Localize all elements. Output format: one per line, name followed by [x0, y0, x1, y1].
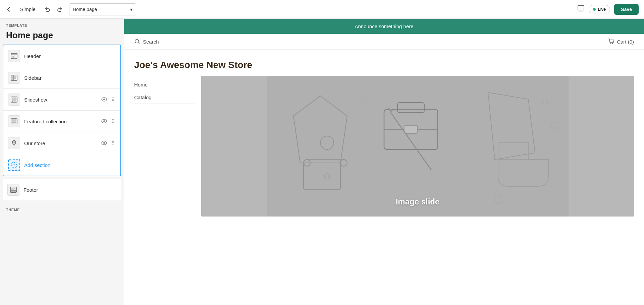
store-title-area: Joe's Awesome New Store — [124, 50, 644, 76]
svg-point-22 — [113, 100, 114, 101]
svg-point-14 — [15, 101, 16, 102]
sidebar-item-label: Sidebar — [24, 75, 116, 81]
redo-button[interactable] — [54, 4, 65, 15]
announcement-text: Announce something here — [355, 23, 413, 29]
featured-collection-actions — [101, 118, 116, 125]
cart-area[interactable]: Cart (0) — [608, 39, 634, 45]
svg-rect-25 — [14, 119, 16, 122]
search-label: Search — [143, 39, 159, 45]
toolbar-right: Live Save — [577, 4, 639, 15]
sidebar-item-footer[interactable]: Footer — [3, 179, 121, 200]
svg-point-34 — [113, 122, 114, 122]
svg-point-31 — [112, 120, 113, 121]
svg-point-19 — [112, 99, 113, 99]
template-label: TEMPLATE — [0, 19, 124, 29]
live-badge[interactable]: Live — [589, 5, 610, 13]
sidebar-item-header[interactable]: Header — [3, 45, 120, 67]
svg-point-17 — [112, 97, 113, 98]
featured-collection-item-label: Featured collection — [24, 119, 101, 124]
svg-point-39 — [113, 141, 114, 141]
our-store-visibility-icon[interactable] — [101, 140, 108, 147]
featured-collection-section-icon — [8, 115, 20, 127]
our-store-section-icon — [8, 137, 20, 149]
theme-label: THEME — [0, 203, 124, 214]
svg-rect-63 — [404, 125, 418, 133]
store-nav: Home Catalog — [134, 76, 201, 217]
sidebar-item-add-section[interactable]: Add section — [3, 154, 120, 176]
sidebar-item-slideshow[interactable]: Slideshow — [3, 89, 120, 111]
svg-point-30 — [113, 119, 114, 120]
back-button[interactable] — [5, 4, 16, 15]
cart-icon — [608, 39, 615, 45]
nav-item-catalog[interactable]: Catalog — [134, 91, 195, 104]
slideshow-visibility-icon[interactable] — [101, 96, 108, 103]
sidebar-panel: TEMPLATE Home page Header — [0, 19, 124, 305]
nav-item-home[interactable]: Home — [134, 78, 195, 91]
svg-rect-24 — [12, 119, 14, 122]
slideshow-preview: Image slide — [201, 76, 634, 217]
our-store-item-label: Our store — [24, 140, 101, 146]
undo-button[interactable] — [42, 4, 53, 15]
search-area[interactable]: Search — [134, 39, 159, 45]
svg-point-51 — [612, 43, 613, 44]
announcement-bar: Announce something here — [124, 19, 644, 34]
svg-point-35 — [13, 141, 15, 143]
svg-point-33 — [112, 122, 113, 122]
cart-label: Cart (0) — [617, 39, 634, 45]
page-dropdown[interactable]: Home page ▾ — [69, 3, 136, 15]
svg-point-28 — [103, 120, 105, 122]
preview-area: Announce something here Search Cart (0) — [124, 19, 644, 305]
svg-point-41 — [113, 142, 114, 143]
svg-point-32 — [113, 120, 114, 121]
sidebar-page-title: Home page — [0, 29, 124, 45]
svg-point-40 — [112, 142, 113, 143]
monitor-icon[interactable] — [577, 5, 585, 14]
slideshow-item-label: Slideshow — [24, 97, 101, 103]
page-dropdown-value: Home page — [73, 7, 97, 12]
svg-point-42 — [112, 143, 113, 144]
svg-rect-26 — [12, 122, 16, 123]
search-icon — [134, 39, 140, 45]
svg-point-12 — [12, 101, 13, 102]
app-title: Simple — [20, 6, 36, 12]
sidebar-item-our-store[interactable]: Our store — [3, 132, 120, 154]
slideshow-drag-icon[interactable] — [110, 96, 116, 103]
svg-point-13 — [14, 101, 14, 102]
svg-point-38 — [112, 141, 113, 141]
svg-point-21 — [112, 100, 113, 101]
live-label: Live — [598, 7, 606, 12]
svg-point-49 — [135, 40, 139, 43]
add-section-icon — [8, 159, 20, 171]
header-section-icon — [8, 50, 20, 62]
slideshow-label: Image slide — [396, 197, 440, 206]
featured-collection-drag-icon[interactable] — [110, 118, 116, 125]
slideshow-section-icon — [8, 94, 20, 106]
sidebar-item-featured-collection[interactable]: Featured collection — [3, 111, 120, 132]
save-button[interactable]: Save — [614, 4, 639, 15]
sidebar-items-container: Header Sidebar — [3, 45, 121, 176]
our-store-drag-icon[interactable] — [110, 140, 116, 147]
svg-rect-46 — [10, 191, 16, 192]
svg-rect-5 — [11, 75, 13, 80]
svg-point-43 — [113, 143, 114, 144]
slideshow-actions — [101, 96, 116, 103]
toolbar: Simple Home page ▾ Li — [0, 0, 644, 19]
slideshow-background-svg — [201, 76, 634, 217]
svg-rect-0 — [578, 6, 584, 10]
store-title: Joe's Awesome New Store — [134, 60, 634, 70]
chevron-down-icon: ▾ — [130, 7, 132, 12]
svg-rect-11 — [12, 98, 16, 101]
footer-item-label: Footer — [23, 187, 116, 193]
footer-section-icon — [7, 184, 19, 196]
main-layout: TEMPLATE Home page Header — [0, 19, 644, 305]
svg-point-20 — [113, 99, 114, 99]
store-content: Home Catalog — [124, 76, 644, 217]
live-dot — [593, 8, 596, 11]
svg-point-29 — [112, 119, 113, 120]
sidebar-item-sidebar[interactable]: Sidebar — [3, 67, 120, 89]
featured-collection-visibility-icon[interactable] — [101, 118, 108, 125]
svg-point-50 — [610, 43, 611, 44]
header-item-label: Header — [24, 53, 116, 59]
add-section-label: Add section — [24, 162, 116, 168]
svg-point-37 — [103, 142, 105, 144]
